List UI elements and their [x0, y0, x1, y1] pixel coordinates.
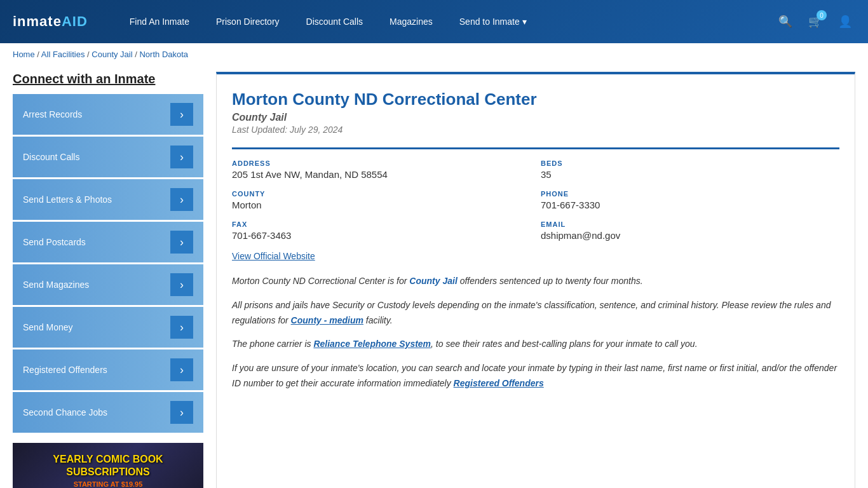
reliance-telephone-link[interactable]: Reliance Telephone System [313, 339, 431, 349]
county-label: COUNTY [232, 190, 531, 198]
desc-paragraph-3: The phone carrier is Reliance Telephone … [232, 337, 839, 352]
facility-email-block: EMAIL dshipman@nd.gov [541, 220, 839, 241]
nav-magazines[interactable]: Magazines [379, 11, 443, 32]
header-icons: 🔍 🛒 0 👤 [775, 11, 855, 32]
ad-subtitle: STARTING AT $19.95 [74, 480, 143, 488]
sidebar-item-send-magazines[interactable]: Send Magazines › [13, 264, 203, 305]
county-medium-link[interactable]: County - medium [291, 315, 363, 325]
nav-find-inmate[interactable]: Find An Inmate [119, 11, 200, 32]
nav-send-to-inmate[interactable]: Send to Inmate ▾ [449, 11, 537, 32]
sidebar: Connect with an Inmate Arrest Records › … [13, 72, 203, 488]
breadcrumb-home[interactable]: Home [13, 50, 35, 59]
facility-beds-block: BEDS 35 [541, 159, 839, 180]
phone-value: 701-667-3330 [541, 200, 839, 210]
fax-value: 701-667-3463 [232, 230, 531, 241]
desc-paragraph-1: Morton County ND Correctional Center is … [232, 274, 839, 289]
logo[interactable]: inmateAID [13, 13, 88, 30]
search-button[interactable]: 🔍 [775, 11, 796, 32]
facility-address-block: ADDRESS 205 1st Ave NW, Mandan, ND 58554 [232, 159, 531, 180]
arrow-icon: › [170, 231, 193, 254]
arrow-icon: › [170, 401, 193, 424]
desc-paragraph-2: All prisons and jails have Security or C… [232, 298, 839, 329]
fax-label: FAX [232, 220, 531, 228]
facility-content: Morton County ND Correctional Center Cou… [216, 72, 855, 488]
facility-phone-block: PHONE 701-667-3330 [541, 190, 839, 210]
arrow-icon: › [170, 188, 193, 211]
facility-fax-block: FAX 701-667-3463 [232, 220, 531, 241]
email-value: dshipman@nd.gov [541, 230, 839, 241]
breadcrumb-all-facilities[interactable]: All Facilities [41, 50, 85, 59]
facility-type: County Jail [232, 112, 839, 123]
website-link[interactable]: View Official Website [232, 251, 315, 261]
breadcrumb-north-dakota[interactable]: North Dakota [139, 50, 188, 59]
breadcrumb-county-jail[interactable]: County Jail [92, 50, 132, 59]
facility-info-grid: ADDRESS 205 1st Ave NW, Mandan, ND 58554… [232, 147, 839, 261]
address-value: 205 1st Ave NW, Mandan, ND 58554 [232, 169, 531, 180]
facility-county-block: COUNTY Morton [232, 190, 531, 210]
beds-value: 35 [541, 169, 839, 180]
header: inmateAID Find An Inmate Prison Director… [0, 0, 868, 43]
user-button[interactable]: 👤 [835, 11, 855, 32]
ad-title: YEARLY COMIC BOOKSUBSCRIPTIONS [53, 453, 163, 477]
county-value: Morton [232, 200, 531, 210]
phone-label: PHONE [541, 190, 839, 198]
facility-name: Morton County ND Correctional Center [232, 90, 839, 109]
arrow-icon: › [170, 316, 193, 339]
county-jail-highlight: County Jail [409, 276, 457, 286]
main-nav: Find An Inmate Prison Directory Discount… [119, 11, 756, 32]
sidebar-item-send-letters[interactable]: Send Letters & Photos › [13, 179, 203, 220]
sidebar-item-send-postcards[interactable]: Send Postcards › [13, 222, 203, 262]
desc-paragraph-4: If you are unsure of your inmate's locat… [232, 361, 839, 391]
cart-button[interactable]: 🛒 0 [805, 11, 825, 32]
sidebar-item-registered-offenders[interactable]: Registered Offenders › [13, 349, 203, 390]
arrow-icon: › [170, 103, 193, 126]
sidebar-menu: Arrest Records › Discount Calls › Send L… [13, 94, 203, 433]
nav-discount-calls[interactable]: Discount Calls [296, 11, 373, 32]
facility-updated: Last Updated: July 29, 2024 [232, 125, 839, 135]
nav-prison-directory[interactable]: Prison Directory [206, 11, 290, 32]
email-label: EMAIL [541, 220, 839, 228]
sidebar-title: Connect with an Inmate [13, 72, 203, 86]
address-label: ADDRESS [232, 159, 531, 167]
arrow-icon: › [170, 358, 193, 381]
sidebar-item-second-chance-jobs[interactable]: Second Chance Jobs › [13, 392, 203, 433]
breadcrumb: Home / All Facilities / County Jail / No… [0, 43, 868, 65]
sidebar-ad[interactable]: YEARLY COMIC BOOKSUBSCRIPTIONS STARTING … [13, 443, 203, 488]
beds-label: BEDS [541, 159, 839, 167]
sidebar-item-discount-calls[interactable]: Discount Calls › [13, 137, 203, 177]
main-layout: Connect with an Inmate Arrest Records › … [0, 65, 868, 488]
sidebar-item-send-money[interactable]: Send Money › [13, 307, 203, 348]
registered-offenders-link[interactable]: Registered Offenders [454, 378, 544, 388]
arrow-icon: › [170, 273, 193, 296]
facility-description: Morton County ND Correctional Center is … [232, 274, 839, 391]
sidebar-item-arrest-records[interactable]: Arrest Records › [13, 94, 203, 135]
logo-text: inmateAID [13, 13, 88, 30]
arrow-icon: › [170, 146, 193, 168]
facility-website-block: View Official Website [232, 251, 531, 261]
cart-badge: 0 [817, 10, 827, 20]
